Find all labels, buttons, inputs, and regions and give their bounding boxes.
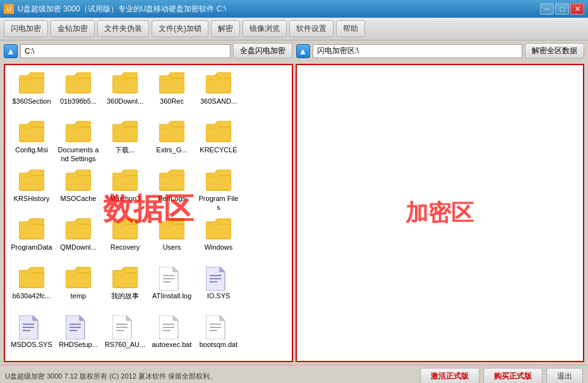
file-label: Extrs_G... [157,145,188,154]
software-settings-button[interactable]: 软件设置 [289,20,333,37]
svg-rect-36 [159,224,184,239]
file-label: Program Files [198,194,239,212]
right-nav-arrow[interactable]: ▲ [296,44,310,58]
file-item[interactable]: MSDOS.SYS [9,312,54,360]
title-text: U U盘超级加密 3000（试用版）专业的U盘移动硬盘加密软件 C:\ [4,4,226,15]
file-item[interactable]: MSOCache [56,166,101,214]
file-lock-button[interactable]: 文件(夹)加锁 [152,20,208,37]
left-path-input[interactable] [20,44,231,58]
file-item[interactable]: Users [149,215,195,262]
file-item[interactable]: temp [56,264,101,311]
folder-icon [112,218,138,241]
decrypt-all-button[interactable]: 解密全区数据 [525,43,584,59]
svg-rect-16 [159,127,184,142]
file-item[interactable]: Maxthon3 [102,166,148,214]
file-item[interactable]: RS760_AU... [102,312,148,360]
file-item[interactable]: bootsqm.dat [196,312,241,360]
full-encrypt-button[interactable]: 全盘闪电加密 [233,43,292,59]
svg-rect-38 [206,224,231,239]
file-item[interactable]: Program Files [196,166,241,214]
svg-rect-3 [66,76,78,80]
file-item[interactable]: KRSHistory [9,166,54,214]
file-item[interactable]: Recovery [102,215,148,262]
svg-rect-8 [206,78,231,93]
folder-icon [159,218,184,241]
file-item[interactable]: 360Rec [149,69,195,116]
file-item[interactable]: autoexec.bat [149,312,195,360]
minimize-button[interactable]: ─ [540,3,554,15]
folder-icon [159,72,184,95]
file-item[interactable]: Windows [196,215,241,262]
svg-rect-5 [112,76,125,80]
help-button[interactable]: 帮助 [336,20,365,37]
buy-button[interactable]: 购买正式版 [483,368,543,383]
status-text: U盘超级加密 3000 7.12 版权所有 (C) 2012 夏冰软件 保留全部… [5,372,217,381]
file-label: b630a42fc... [13,291,51,300]
right-path-input[interactable] [313,44,523,58]
file-label: 01b398b5... [60,97,97,106]
right-encrypt-panel: 加密区 [296,64,585,362]
flash-encrypt-button[interactable]: 闪电加密 [4,20,48,37]
folder-icon [19,218,44,241]
file-label: 下载... [115,145,135,154]
svg-rect-2 [66,78,91,93]
file-item[interactable]: PerfLogs [149,166,195,214]
address-bar: ▲ 全盘闪电加密 ▲ 解密全区数据 [0,40,588,61]
folder-icon [206,121,231,143]
file-label: RS760_AU... [105,340,145,349]
folder-icon [66,218,91,241]
folder-icon [206,72,231,95]
mirror-browse-button[interactable]: 镜像浏览 [243,20,287,37]
folder-disguise-button[interactable]: 文件夹伪装 [97,20,149,37]
svg-rect-27 [159,173,172,177]
file-item[interactable]: QMDownl... [56,215,101,262]
svg-rect-34 [112,224,138,239]
left-nav-arrow[interactable]: ▲ [4,44,18,58]
svg-rect-31 [19,222,32,226]
file-item[interactable]: KRECYCLE [196,118,241,165]
file-item[interactable]: ATIinstall.log [149,264,195,311]
svg-rect-44 [112,273,138,288]
file-item[interactable]: config.sys [9,361,54,362]
folder-icon [19,267,44,289]
svg-rect-24 [112,176,138,190]
app-icon: U [4,4,14,14]
folder-icon [66,267,91,289]
file-item[interactable]: 360SAND... [196,69,241,116]
file-item[interactable]: 下载... [102,118,148,165]
folder-icon [66,169,91,192]
sys-doc-icon [206,267,231,289]
svg-rect-18 [206,127,231,142]
folder-icon [66,121,91,143]
close-button[interactable]: ✕ [570,3,584,15]
activate-button[interactable]: 激活正式版 [420,368,479,383]
file-item[interactable]: Config.Msi [9,118,54,165]
left-address-section: ▲ 全盘闪电加密 [4,43,292,59]
file-item[interactable]: RHDSetup... [56,312,101,360]
gold-encrypt-button[interactable]: 金钻加密 [51,20,95,37]
doc-icon [112,315,138,338]
maximize-button[interactable]: □ [555,3,569,15]
file-item[interactable]: 我的故事 [102,264,148,311]
exit-button[interactable]: 退出 [546,368,583,383]
status-bar: U盘超级加密 3000 7.12 版权所有 (C) 2012 夏冰软件 保留全部… [0,365,588,383]
file-item[interactable]: Extrs_G... [149,118,195,165]
svg-rect-9 [206,76,219,80]
sys-doc-icon [19,315,44,338]
folder-icon [206,218,231,241]
file-item[interactable]: $360Section [9,69,54,116]
file-label: Maxthon3 [110,194,140,203]
file-label: QMDownl... [60,243,96,252]
main-content: 数据区 $360Section 01b398b5... 360Downl... … [0,61,588,365]
file-item[interactable]: Documents and Settings [56,118,101,165]
file-item[interactable]: IO.SYS [196,264,241,311]
file-item[interactable]: b630a42fc... [9,264,54,311]
decrypt-button[interactable]: 解密 [211,20,240,37]
file-label: 360Downl... [107,97,143,106]
folder-icon [19,169,44,192]
file-label: 360Rec [160,97,184,106]
file-item[interactable]: 360Downl... [102,69,148,116]
file-item[interactable]: ProgramData [9,215,54,262]
file-item[interactable]: 01b398b5... [56,69,101,116]
file-label: Users [163,243,181,252]
